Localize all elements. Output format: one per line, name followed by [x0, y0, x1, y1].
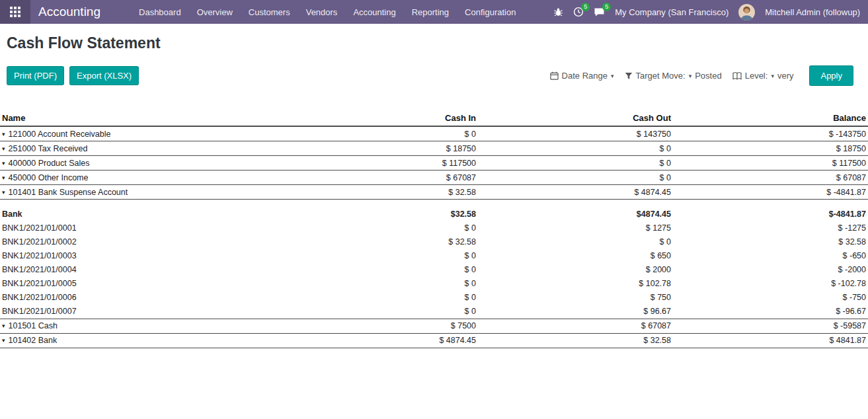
menu-item-reporting[interactable]: Reporting — [404, 1, 457, 24]
header-balance: Balance — [673, 111, 868, 126]
row-cash-in-cell: $ 32.58 — [283, 235, 478, 249]
menu-item-customers[interactable]: Customers — [241, 1, 298, 24]
row-cash-out-cell: $ 750 — [478, 291, 673, 305]
activity-clock-icon[interactable]: 5 — [573, 7, 584, 17]
header-cash-in: Cash In — [283, 111, 478, 126]
row-balance-cell: $ -96.67 — [673, 305, 868, 319]
expand-caret-icon[interactable]: ▾ — [2, 145, 5, 152]
company-switcher[interactable]: My Company (San Francisco) — [615, 7, 729, 17]
row-name: 450000 Other Income — [9, 173, 89, 182]
menu-item-configuration[interactable]: Configuration — [457, 1, 524, 24]
row-cash-in-cell: $ 4874.45 — [283, 333, 478, 348]
date-range-filter[interactable]: Date Range ▾ — [550, 71, 614, 81]
row-name-cell: BNK1/2021/01/0007 — [0, 305, 283, 319]
spacer-row — [0, 200, 868, 208]
menu-item-accounting[interactable]: Accounting — [345, 1, 403, 24]
row-cash-out-cell: $ 1275 — [478, 221, 673, 235]
row-cash-in-cell: $ 0 — [283, 277, 478, 291]
row-cash-out-cell: $ 650 — [478, 249, 673, 263]
table-row: ▾450000 Other Income$ 67087$ 0$ 67087 — [0, 171, 868, 185]
row-cash-in-cell: $ 67087 — [283, 171, 478, 185]
target-move-value: Posted — [695, 71, 721, 81]
expand-caret-icon[interactable]: ▾ — [2, 337, 5, 344]
header-cash-out: Cash Out — [478, 111, 673, 126]
menu-item-dashboard[interactable]: Dashboard — [131, 1, 189, 24]
row-name-cell[interactable]: ▾121000 Account Receivable — [0, 126, 283, 141]
row-name: 101402 Bank — [9, 336, 58, 345]
row-balance-cell: $ 32.58 — [673, 235, 868, 249]
table-header-row: Name Cash In Cash Out Balance — [0, 111, 868, 126]
row-cash-out-cell: $ 102.78 — [478, 277, 673, 291]
print-pdf-button[interactable]: Print (PDF) — [7, 66, 64, 85]
level-filter[interactable]: Level: ▾ very — [732, 71, 794, 81]
table-row: ▾101402 Bank$ 4874.45$ 32.58$ 4841.87 — [0, 333, 868, 348]
row-name-cell: BNK1/2021/01/0002 — [0, 235, 283, 249]
debug-bug-icon[interactable] — [553, 7, 563, 17]
row-cash-in-cell: $ 117500 — [283, 156, 478, 171]
spacer-cell — [0, 200, 868, 208]
cash-flow-table: Name Cash In Cash Out Balance ▾121000 Ac… — [0, 111, 868, 348]
expand-caret-icon[interactable]: ▾ — [2, 323, 5, 329]
page-title: Cash Flow Statement — [7, 34, 868, 52]
row-name-cell[interactable]: ▾101402 Bank — [0, 333, 283, 348]
menu-item-vendors[interactable]: Vendors — [298, 1, 346, 24]
row-name-cell: BNK1/2021/01/0001 — [0, 221, 283, 235]
actions-row: Print (PDF) Export (XLSX) Date Range ▾ T… — [7, 65, 861, 86]
row-name: 121000 Account Receivable — [9, 130, 111, 139]
row-name-cell[interactable]: ▾251000 Tax Received — [0, 141, 283, 156]
page-content: Cash Flow Statement Print (PDF) Export (… — [0, 34, 868, 348]
table-row: BNK1/2021/01/0007$ 0$ 96.67$ -96.67 — [0, 305, 868, 319]
book-icon — [732, 72, 742, 80]
row-name-cell: BNK1/2021/01/0006 — [0, 291, 283, 305]
row-name: Bank — [2, 210, 22, 219]
row-cash-in-cell: $ 0 — [283, 126, 478, 141]
row-cash-in-cell: $ 7500 — [283, 319, 478, 333]
row-name-cell: BNK1/2021/01/0004 — [0, 263, 283, 277]
app-brand[interactable]: Accounting — [38, 5, 100, 19]
apply-button[interactable]: Apply — [809, 65, 853, 86]
row-name: 101401 Bank Suspense Account — [9, 188, 128, 197]
row-balance-cell: $ -4841.87 — [673, 185, 868, 200]
row-cash-in-cell: $ 0 — [283, 263, 478, 277]
user-avatar[interactable] — [738, 4, 755, 20]
table-row: BNK1/2021/01/0004$ 0$ 2000$ -2000 — [0, 263, 868, 277]
table-row: ▾101501 Cash$ 7500$ 67087$ -59587 — [0, 319, 868, 333]
expand-caret-icon[interactable]: ▾ — [2, 174, 5, 181]
row-name-cell[interactable]: ▾101401 Bank Suspense Account — [0, 185, 283, 200]
calendar-icon — [550, 71, 559, 80]
row-balance-cell: $ -2000 — [673, 263, 868, 277]
message-count-badge: 5 — [602, 3, 611, 11]
expand-caret-icon[interactable]: ▾ — [2, 160, 5, 167]
row-name: BNK1/2021/01/0007 — [2, 307, 77, 316]
expand-caret-icon[interactable]: ▾ — [2, 131, 5, 137]
messages-chat-icon[interactable]: 5 — [594, 7, 605, 17]
menu-item-overview[interactable]: Overview — [189, 1, 241, 24]
caret-down-icon: ▾ — [771, 73, 774, 79]
report-table-body: ▾121000 Account Receivable$ 0$ 143750$ -… — [0, 126, 868, 348]
row-name-cell[interactable]: ▾400000 Product Sales — [0, 156, 283, 171]
row-balance-cell: $ 67087 — [673, 171, 868, 185]
expand-caret-icon[interactable]: ▾ — [2, 189, 5, 196]
table-row: ▾121000 Account Receivable$ 0$ 143750$ -… — [0, 126, 868, 141]
table-row: ▾251000 Tax Received$ 18750$ 0$ 18750 — [0, 141, 868, 156]
row-name: BNK1/2021/01/0003 — [2, 251, 77, 260]
row-name-cell[interactable]: ▾101501 Cash — [0, 319, 283, 333]
row-cash-in-cell: $ 0 — [283, 221, 478, 235]
target-move-label: Target Move: — [636, 71, 686, 81]
user-menu[interactable]: Mitchell Admin (followup) — [765, 7, 860, 17]
row-name-cell[interactable]: ▾450000 Other Income — [0, 171, 283, 185]
header-name: Name — [0, 111, 283, 126]
table-row: BNK1/2021/01/0002$ 32.58$ 0$ 32.58 — [0, 235, 868, 249]
date-range-label: Date Range — [562, 71, 608, 81]
export-xlsx-button[interactable]: Export (XLSX) — [69, 66, 139, 85]
row-balance-cell: $ -750 — [673, 291, 868, 305]
row-cash-out-cell: $ 0 — [478, 235, 673, 249]
row-name: 251000 Tax Received — [9, 144, 88, 153]
navbar-right: 5 5 My Company (San Francisco) Mitchell … — [553, 4, 868, 20]
apps-menu-button[interactable] — [0, 0, 30, 24]
filter-funnel-icon — [625, 72, 633, 80]
row-name: BNK1/2021/01/0006 — [2, 293, 77, 302]
row-name: BNK1/2021/01/0004 — [2, 265, 77, 274]
target-move-filter[interactable]: Target Move: ▾ Posted — [625, 71, 722, 81]
row-cash-in-cell: $ 0 — [283, 249, 478, 263]
